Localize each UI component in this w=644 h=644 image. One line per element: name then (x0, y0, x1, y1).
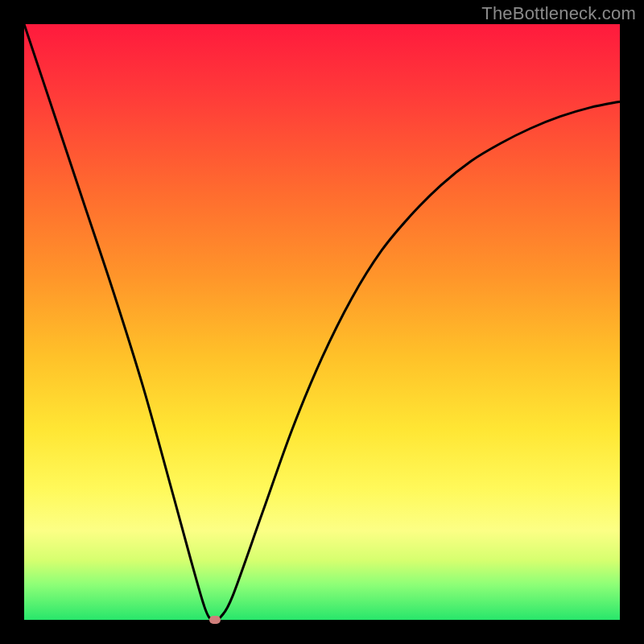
chart-frame: TheBottleneck.com (0, 0, 644, 644)
plot-area (24, 24, 620, 620)
bottleneck-curve (24, 24, 620, 620)
watermark-text: TheBottleneck.com (481, 3, 636, 24)
curve-path (24, 24, 620, 620)
minimum-marker (209, 616, 221, 624)
